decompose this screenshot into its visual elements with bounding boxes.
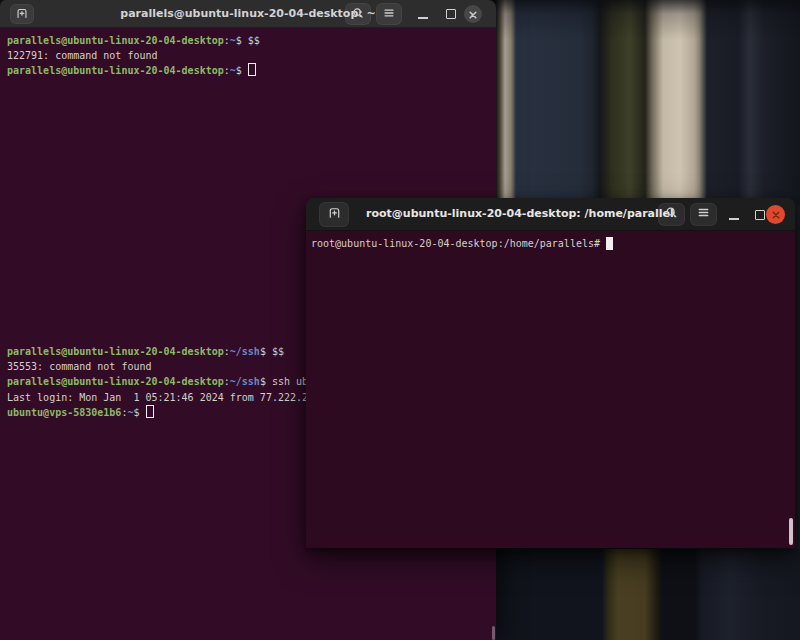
minimize-icon <box>729 218 739 220</box>
terminal-text: $ ssh ub <box>260 376 308 387</box>
scrollbar-thumb[interactable] <box>492 626 495 640</box>
minimize-button[interactable] <box>412 3 434 25</box>
maximize-button[interactable] <box>440 3 462 25</box>
terminal-text: $ $$ <box>260 346 284 357</box>
close-icon <box>771 205 781 224</box>
search-button[interactable] <box>658 203 685 226</box>
terminal-text: root@ubuntu-linux-20-04-desktop:/home/pa… <box>311 238 606 249</box>
cursor-unfocused <box>146 405 154 418</box>
wallpaper-shade <box>480 0 800 205</box>
terminal-text: parallels@ubuntu-linux-20-04-desktop <box>7 376 224 387</box>
close-button[interactable] <box>464 5 482 23</box>
terminal-line: root@ubuntu-linux-20-04-desktop:/home/pa… <box>311 236 795 251</box>
terminal-text: 35553: command not found <box>7 361 152 372</box>
terminal-screen[interactable]: root@ubuntu-linux-20-04-desktop:/home/pa… <box>306 231 795 548</box>
cursor <box>606 237 613 250</box>
terminal-text: $ <box>236 65 248 76</box>
terminal-text: ~/ssh <box>230 376 260 387</box>
search-icon <box>664 205 679 224</box>
search-button[interactable] <box>345 3 371 25</box>
terminal-text: ~/ssh <box>230 346 260 357</box>
terminal-text: parallels@ubuntu-linux-20-04-desktop <box>7 35 224 46</box>
new-tab-icon <box>327 205 342 224</box>
hamburger-menu-icon <box>382 5 396 24</box>
wallpaper-bottom <box>480 549 800 640</box>
terminal-window-root[interactable]: root@ubuntu-linux-20-04-desktop: /home/p… <box>306 198 795 548</box>
minimize-button[interactable] <box>723 203 745 226</box>
terminal-text: parallels@ubuntu-linux-20-04-desktop <box>7 346 224 357</box>
close-icon <box>468 5 478 24</box>
maximize-icon <box>755 210 765 220</box>
terminal-text: $ <box>133 407 145 418</box>
menu-button[interactable] <box>690 203 717 226</box>
cursor-unfocused <box>248 63 256 76</box>
terminal-text: parallels@ubuntu-linux-20-04-desktop <box>7 65 224 76</box>
hamburger-menu-icon <box>696 205 711 224</box>
terminal-text: Last login: Mon Jan 1 05:21:46 2024 from… <box>7 392 308 403</box>
terminal-text: ubuntu@vps-5830e1b6 <box>7 407 121 418</box>
search-icon <box>351 5 365 24</box>
terminal-text: 122791: command not found <box>7 50 158 61</box>
scrollbar-thumb[interactable] <box>789 518 793 545</box>
terminal-text: $ $$ <box>236 35 260 46</box>
menu-button[interactable] <box>376 3 402 25</box>
window-title: root@ubuntu-linux-20-04-desktop: /home/p… <box>366 207 675 220</box>
new-tab-icon <box>15 5 29 24</box>
maximize-icon <box>446 9 456 19</box>
titlebar[interactable]: parallels@ubuntu-linux-20-04-desktop: ~ <box>0 0 496 28</box>
minimize-icon <box>418 17 428 19</box>
terminal-line: parallels@ubuntu-linux-20-04-desktop:~$ <box>7 63 496 79</box>
new-tab-button[interactable] <box>10 4 34 24</box>
new-tab-button[interactable] <box>319 202 349 227</box>
titlebar[interactable]: root@ubuntu-linux-20-04-desktop: /home/p… <box>306 198 795 231</box>
terminal-output: root@ubuntu-linux-20-04-desktop:/home/pa… <box>311 236 795 548</box>
close-button[interactable] <box>766 205 785 224</box>
desktop: { "colors": { "prompt_green": "#8cb966",… <box>0 0 800 640</box>
terminal-line: parallels@ubuntu-linux-20-04-desktop:~$ … <box>7 34 496 49</box>
terminal-line: 122791: command not found <box>7 49 496 64</box>
